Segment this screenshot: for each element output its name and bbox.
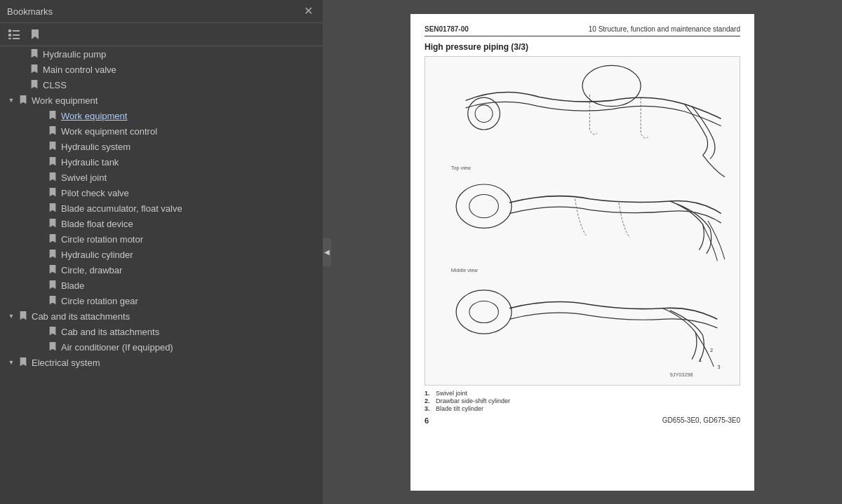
bm-label: Blade <box>61 280 84 291</box>
bm-item-work-equipment-group[interactable]: ▼ Work equipment <box>0 93 323 108</box>
bookmark-icon-circle-rot-motor <box>48 234 58 244</box>
bookmark-icon-electrical-group <box>18 357 28 367</box>
bookmark-icon-clss <box>29 80 39 90</box>
bookmark-icon-blade-float <box>48 219 58 229</box>
bm-item-cab-group[interactable]: ▼ Cab and its attachments <box>0 308 323 324</box>
bm-item-blade[interactable]: Blade <box>0 278 323 293</box>
bookmark-icon-cab-group <box>18 311 28 321</box>
bm-item-air-conditioner[interactable]: Air conditioner (If equipped) <box>0 339 323 355</box>
bm-item-electrical-group[interactable]: ▼ Electrical system <box>0 355 323 370</box>
expand-spacer <box>35 125 46 137</box>
bookmark-icon-circle-rot-gear <box>48 296 58 306</box>
svg-point-13 <box>456 290 512 333</box>
bm-item-circle-rotation-gear[interactable]: Circle rotation gear <box>0 293 323 308</box>
bm-label: Hydraulic cylinder <box>61 250 133 260</box>
bm-item-work-equipment-control[interactable]: Work equipment control <box>0 123 323 139</box>
page-title: High pressure piping (3/3) <box>425 42 740 52</box>
expand-spacer <box>35 341 46 353</box>
bm-item-work-equipment-link[interactable]: Work equipment <box>0 108 323 123</box>
legend-num-3: 3. <box>425 405 433 412</box>
bm-label: Cab and its attachments <box>32 311 130 322</box>
svg-text:1: 1 <box>699 356 702 362</box>
collapse-toggle-electrical[interactable]: ▼ <box>6 357 17 368</box>
legend-text-2: Drawbar side-shift cylinder <box>436 397 510 404</box>
svg-point-8 <box>475 104 493 122</box>
bm-item-hydraulic-system[interactable]: Hydraulic system <box>0 139 323 154</box>
bm-label: Work equipment control <box>61 126 157 137</box>
collapse-toggle-cab[interactable]: ▼ <box>6 311 17 322</box>
bm-label: Blade float device <box>61 219 133 229</box>
bm-item-circle-rotation-motor[interactable]: Circle rotation motor <box>0 231 323 247</box>
expand-spacer <box>35 295 46 306</box>
svg-text:9JY03298: 9JY03298 <box>670 371 693 377</box>
bm-label: Electrical system <box>32 357 100 368</box>
svg-point-14 <box>469 301 499 322</box>
svg-rect-0 <box>8 29 11 32</box>
legend-text-1: Swivel joint <box>436 390 467 397</box>
bookmark-icon-work-eq-group <box>18 95 28 105</box>
list-icon <box>8 28 20 41</box>
bm-label: CLSS <box>43 80 67 90</box>
bookmark-icon-air-cond <box>48 342 58 352</box>
close-panel-button[interactable]: ✕ <box>301 4 316 18</box>
document-viewer: SEN01787-00 10 Structure, function and m… <box>323 0 842 504</box>
expand-spacer <box>35 110 46 121</box>
svg-point-11 <box>469 194 499 217</box>
page-content: SEN01787-00 10 Structure, function and m… <box>410 14 754 491</box>
bm-item-clss[interactable]: CLSS <box>0 77 323 93</box>
bm-label: Circle rotation gear <box>61 296 138 306</box>
svg-text:3: 3 <box>717 364 720 370</box>
svg-rect-3 <box>13 34 20 36</box>
bm-label: Hydraulic tank <box>61 157 119 168</box>
bm-label: Air conditioner (If equipped) <box>61 342 173 353</box>
bookmark-list: Hydraulic pump Main control valve CLSS ▼… <box>0 46 323 504</box>
bookmark-icon-work-eq-ctrl <box>48 126 58 136</box>
svg-rect-1 <box>13 30 20 32</box>
document-model: GD655-3E0, GD675-3E0 <box>662 416 740 424</box>
document-header: SEN01787-00 10 Structure, function and m… <box>425 25 740 36</box>
bm-item-blade-float-device[interactable]: Blade float device <box>0 216 323 231</box>
bm-item-cab-link[interactable]: Cab and its attachments <box>0 324 323 339</box>
bm-item-hydraulic-cylinder[interactable]: Hydraulic cylinder <box>0 247 323 262</box>
page-number: 6 <box>425 416 429 425</box>
legend-item-3: 3. Blade tilt cylinder <box>425 405 740 412</box>
document-section: 10 Structure, function and maintenance s… <box>589 25 740 33</box>
expand-spacer <box>35 249 46 260</box>
expand-spacer <box>35 141 46 152</box>
bm-item-blade-accumulator[interactable]: Blade accumulator, float valve <box>0 200 323 216</box>
bm-label: Hydraulic pump <box>43 49 106 60</box>
bookmark-icon-hydraulic-cyl <box>48 250 58 259</box>
header-controls: ✕ <box>301 4 316 18</box>
svg-text:Middle view: Middle view <box>451 266 479 273</box>
legend-text-3: Blade tilt cylinder <box>436 405 483 412</box>
bookmark-icon-hydraulic-tank <box>48 157 58 167</box>
bookmark-view-button[interactable] <box>27 26 44 43</box>
bookmark-icon-pilot-check <box>48 188 58 198</box>
panel-collapse-button[interactable]: ◀ <box>323 238 331 266</box>
bm-item-main-control-valve[interactable]: Main control valve <box>0 62 323 77</box>
bookmark-icon-blade <box>48 280 58 290</box>
expand-spacer <box>35 187 46 198</box>
document-id: SEN01787-00 <box>425 25 469 33</box>
legend-item-2: 2. Drawbar side-shift cylinder <box>425 397 740 404</box>
diagram-legend: 1. Swivel joint 2. Drawbar side-shift cy… <box>425 390 740 412</box>
bm-label: Work equipment <box>32 95 98 106</box>
svg-rect-5 <box>13 38 20 39</box>
bookmarks-title: Bookmarks <box>7 6 53 17</box>
bookmark-icon-hydraulic-pump <box>29 49 39 59</box>
bookmark-icon-hydraulic-sys <box>48 142 58 151</box>
diagram-container: Top view Middle view <box>425 56 740 386</box>
bm-item-hydraulic-pump[interactable]: Hydraulic pump <box>0 46 323 62</box>
list-view-button[interactable] <box>6 26 22 43</box>
bm-item-swivel-joint[interactable]: Swivel joint <box>0 170 323 185</box>
bm-item-circle-drawbar[interactable]: Circle, drawbar <box>0 262 323 278</box>
svg-rect-2 <box>8 34 11 36</box>
bm-item-hydraulic-tank[interactable]: Hydraulic tank <box>0 154 323 170</box>
expand-spacer <box>35 203 46 214</box>
bm-item-pilot-check-valve[interactable]: Pilot check valve <box>0 185 323 200</box>
bm-label-link[interactable]: Work equipment <box>61 111 127 121</box>
svg-point-10 <box>456 184 512 228</box>
bookmark-icon-blade-accum <box>48 203 58 213</box>
collapse-toggle-work-equipment[interactable]: ▼ <box>6 95 17 106</box>
legend-item-1: 1. Swivel joint <box>425 390 740 397</box>
